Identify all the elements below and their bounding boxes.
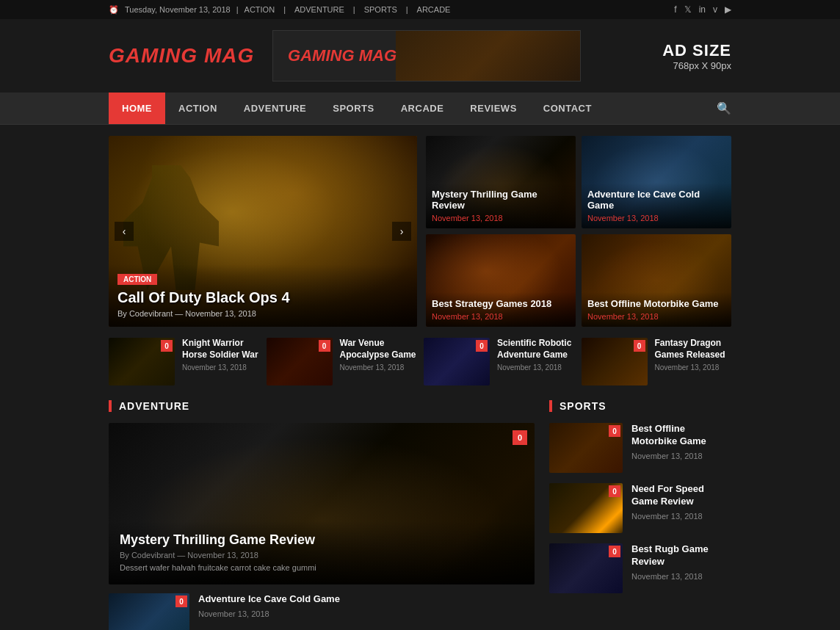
hero-featured[interactable]: ‹ › Action Call Of Duty Black Ops 4 By C… bbox=[109, 136, 417, 327]
nav-item-reviews[interactable]: REVIEWS bbox=[457, 93, 529, 124]
nav-links: HOME ACTION ADVENTURE SPORTS ARCADE REVI… bbox=[109, 93, 605, 124]
topbar-left: ⏰ Tuesday, November 13, 2018 | ACTION | … bbox=[109, 5, 450, 15]
sports-title-0: Best Offline Motorbike Game bbox=[631, 423, 731, 448]
hero-card-title-2: Best Strategy Games 2018 bbox=[432, 298, 570, 310]
sports-date-0: November 13, 2018 bbox=[631, 452, 731, 460]
adventure-big-info: Mystery Thrilling Game Review By Codevib… bbox=[109, 521, 535, 584]
vimeo-icon[interactable]: v bbox=[713, 4, 717, 15]
hero-card-date-1: November 13, 2018 bbox=[587, 214, 725, 222]
topbar-link-arcade[interactable]: ARCADE bbox=[417, 5, 451, 14]
topbar-social: f 𝕏 in v ▶ bbox=[674, 4, 731, 15]
nav-link-sports[interactable]: SPORTS bbox=[319, 93, 387, 124]
facebook-icon[interactable]: f bbox=[674, 4, 676, 15]
adv-thumb-0: 0 bbox=[109, 593, 189, 630]
nav-link-home[interactable]: HOME bbox=[109, 93, 165, 124]
article-info-1: War Venue Apocalypse Game November 13, 2… bbox=[340, 338, 417, 372]
nav-item-contact[interactable]: CONTACT bbox=[530, 93, 605, 124]
hero-card-info-2: Best Strategy Games 2018 November 13, 20… bbox=[426, 292, 576, 327]
topbar-link-adventure[interactable]: ADVENTURE bbox=[294, 5, 344, 14]
hero-card-0[interactable]: Mystery Thrilling Game Review November 1… bbox=[426, 136, 576, 228]
logo-accent: MAG bbox=[204, 44, 254, 67]
nav-item-action[interactable]: ACTION bbox=[165, 93, 231, 124]
hero-next-button[interactable]: › bbox=[392, 222, 411, 241]
article-count-2: 0 bbox=[476, 340, 488, 352]
ad-title: AD SIZE bbox=[599, 41, 731, 60]
sports-list-item-1[interactable]: 0 Need For Speed Game Review November 13… bbox=[549, 483, 731, 533]
sports-count-2: 0 bbox=[609, 546, 620, 557]
adv-date-0: November 13, 2018 bbox=[198, 609, 340, 618]
sports-thumb-2: 0 bbox=[549, 543, 623, 593]
nav-item-home[interactable]: HOME bbox=[109, 93, 165, 124]
site-logo[interactable]: GAMING MAG bbox=[109, 44, 254, 68]
sports-count-1: 0 bbox=[609, 485, 620, 497]
adventure-big-count: 0 bbox=[513, 430, 527, 445]
hero-grid: Mystery Thrilling Game Review November 1… bbox=[426, 136, 731, 327]
topbar-link-action[interactable]: ACTION bbox=[245, 5, 275, 14]
article-item-2[interactable]: 0 Scientific Robotic Adventure Game Nove… bbox=[424, 338, 574, 385]
sports-list: 0 Best Offline Motorbike Game November 1… bbox=[549, 423, 731, 593]
hero-section: ‹ › Action Call Of Duty Black Ops 4 By C… bbox=[109, 136, 731, 327]
nav-link-reviews[interactable]: REVIEWS bbox=[457, 93, 529, 124]
sports-thumb-0: 0 bbox=[549, 423, 623, 473]
sports-title-1: Need For Speed Game Review bbox=[631, 483, 731, 508]
sports-info-2: Best Rugb Game Review November 13, 2018 bbox=[631, 543, 731, 581]
adv-count-0: 0 bbox=[175, 595, 187, 607]
adventure-big-desc: Dessert wafer halvah fruitcake carrot ca… bbox=[120, 562, 524, 573]
hero-info: Action Call Of Duty Black Ops 4 By Codev… bbox=[109, 264, 417, 327]
article-item-3[interactable]: 0 Fantasy Dragon Games Released November… bbox=[582, 338, 732, 385]
sports-title-2: Best Rugb Game Review bbox=[631, 543, 731, 568]
search-icon[interactable]: 🔍 bbox=[717, 101, 731, 115]
hero-card-date-2: November 13, 2018 bbox=[432, 312, 570, 321]
article-thumb-1: 0 bbox=[267, 338, 333, 385]
sports-date-1: November 13, 2018 bbox=[631, 512, 731, 521]
article-date-1: November 13, 2018 bbox=[340, 363, 417, 372]
youtube-icon[interactable]: ▶ bbox=[725, 4, 731, 15]
header: GAMING MAG GAMING MAG AD SIZE 768px X 90… bbox=[0, 19, 840, 93]
adventure-list-item-0[interactable]: 0 Adventure Ice Cave Cold Game November … bbox=[109, 593, 535, 630]
linkedin-icon[interactable]: in bbox=[699, 4, 706, 15]
article-title-2: Scientific Robotic Adventure Game bbox=[497, 338, 574, 361]
nav-link-action[interactable]: ACTION bbox=[165, 93, 231, 124]
hero-card-info-3: Best Offline Motorbike Game November 13,… bbox=[582, 292, 731, 327]
article-info-3: Fantasy Dragon Games Released November 1… bbox=[655, 338, 732, 372]
main-content: ‹ › Action Call Of Duty Black Ops 4 By C… bbox=[0, 125, 840, 630]
article-item-1[interactable]: 0 War Venue Apocalypse Game November 13,… bbox=[267, 338, 417, 385]
adv-info-0: Adventure Ice Cave Cold Game November 13… bbox=[198, 593, 340, 618]
article-item-0[interactable]: 0 Knight Warrior Horse Soldier War Novem… bbox=[109, 338, 259, 385]
article-date-3: November 13, 2018 bbox=[655, 363, 732, 372]
nav-link-arcade[interactable]: ARCADE bbox=[388, 93, 457, 124]
hero-badge: Action bbox=[117, 274, 157, 285]
hero-card-info-0: Mystery Thrilling Game Review November 1… bbox=[426, 183, 576, 228]
article-count-3: 0 bbox=[634, 340, 645, 352]
twitter-icon[interactable]: 𝕏 bbox=[684, 4, 692, 15]
nav-link-adventure[interactable]: ADVENTURE bbox=[231, 93, 319, 124]
topbar-link-sports[interactable]: SPORTS bbox=[364, 5, 397, 14]
sports-list-item-2[interactable]: 0 Best Rugb Game Review November 13, 201… bbox=[549, 543, 731, 593]
topbar-separator: | bbox=[236, 5, 239, 14]
hero-prev-button[interactable]: ‹ bbox=[115, 222, 134, 241]
clock-icon: ⏰ bbox=[109, 5, 119, 15]
adventure-section-title: ADVENTURE bbox=[109, 400, 535, 412]
nav-item-arcade[interactable]: ARCADE bbox=[388, 93, 457, 124]
hero-card-1[interactable]: Adventure Ice Cave Cold Game November 13… bbox=[582, 136, 731, 228]
hero-card-date-3: November 13, 2018 bbox=[587, 312, 725, 321]
adv-title-0: Adventure Ice Cave Cold Game bbox=[198, 593, 340, 606]
hero-card-2[interactable]: Best Strategy Games 2018 November 13, 20… bbox=[426, 234, 576, 327]
nav-item-sports[interactable]: SPORTS bbox=[319, 93, 387, 124]
nav-link-contact[interactable]: CONTACT bbox=[530, 93, 605, 124]
topbar-links: ACTION | ADVENTURE | SPORTS | ARCADE bbox=[245, 5, 451, 14]
article-info-2: Scientific Robotic Adventure Game Novemb… bbox=[497, 338, 574, 372]
hero-card-title-3: Best Offline Motorbike Game bbox=[587, 298, 725, 310]
sections-row: ADVENTURE 0 Mystery Thrilling Game Revie… bbox=[109, 400, 731, 630]
sports-count-0: 0 bbox=[609, 425, 620, 437]
hero-card-3[interactable]: Best Offline Motorbike Game November 13,… bbox=[582, 234, 731, 327]
header-ad: AD SIZE 768px X 90px bbox=[599, 41, 731, 71]
adventure-section: ADVENTURE 0 Mystery Thrilling Game Revie… bbox=[109, 400, 535, 630]
article-date-2: November 13, 2018 bbox=[497, 363, 574, 372]
adventure-featured[interactable]: 0 Mystery Thrilling Game Review By Codev… bbox=[109, 423, 535, 584]
sports-list-item-0[interactable]: 0 Best Offline Motorbike Game November 1… bbox=[549, 423, 731, 473]
nav-item-adventure[interactable]: ADVENTURE bbox=[231, 93, 319, 124]
sports-date-2: November 13, 2018 bbox=[631, 572, 731, 581]
article-title-3: Fantasy Dragon Games Released bbox=[655, 338, 732, 361]
sports-section-title: SPORTS bbox=[549, 400, 731, 412]
